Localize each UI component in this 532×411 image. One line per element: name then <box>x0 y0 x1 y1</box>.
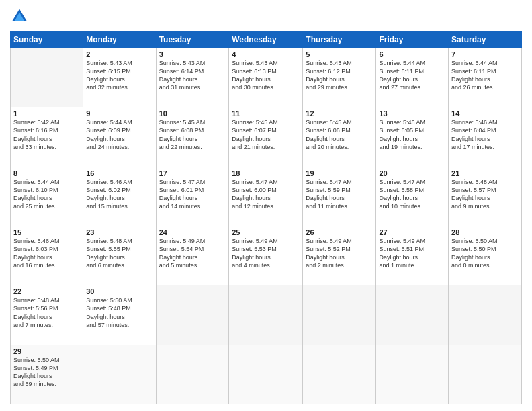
day-number: 27 <box>379 228 445 236</box>
day-number: 16 <box>86 169 152 177</box>
logo-icon <box>10 7 29 26</box>
day-number: 1 <box>13 109 80 118</box>
calendar-cell: 23 Sunrise: 5:48 AM Sunset: 5:55 PM Dayl… <box>83 226 156 285</box>
day-number: 6 <box>379 50 445 58</box>
day-info: Sunrise: 5:45 AM Sunset: 6:08 PM Dayligh… <box>159 118 226 151</box>
calendar-week-4: 22 Sunrise: 5:48 AM Sunset: 5:56 PM Dayl… <box>11 285 522 345</box>
day-header-sunday: Sunday <box>11 32 83 48</box>
day-number: 15 <box>13 228 80 236</box>
calendar-cell <box>303 345 376 404</box>
day-number: 12 <box>306 109 373 118</box>
calendar-cell: 17 Sunrise: 5:47 AM Sunset: 6:01 PM Dayl… <box>156 167 229 226</box>
calendar-week-1: 1 Sunrise: 5:42 AM Sunset: 6:16 PM Dayli… <box>11 107 522 167</box>
calendar-cell <box>156 285 229 345</box>
calendar-cell <box>449 345 522 404</box>
calendar-cell <box>376 345 449 404</box>
calendar-cell: 15 Sunrise: 5:46 AM Sunset: 6:03 PM Dayl… <box>11 226 83 285</box>
day-number: 8 <box>13 169 80 177</box>
day-info: Sunrise: 5:45 AM Sunset: 6:07 PM Dayligh… <box>232 118 300 151</box>
day-info: Sunrise: 5:42 AM Sunset: 6:16 PM Dayligh… <box>13 118 80 151</box>
day-number: 14 <box>451 109 519 118</box>
calendar-cell: 24 Sunrise: 5:49 AM Sunset: 5:54 PM Dayl… <box>156 226 229 285</box>
header <box>10 7 522 26</box>
day-info: Sunrise: 5:47 AM Sunset: 5:59 PM Dayligh… <box>306 178 373 211</box>
day-info: Sunrise: 5:44 AM Sunset: 6:10 PM Dayligh… <box>13 178 80 211</box>
day-number: 17 <box>159 169 226 177</box>
calendar-cell: 22 Sunrise: 5:48 AM Sunset: 5:56 PM Dayl… <box>11 285 83 345</box>
day-info: Sunrise: 5:48 AM Sunset: 5:56 PM Dayligh… <box>13 296 80 329</box>
calendar-cell <box>83 345 156 404</box>
day-info: Sunrise: 5:50 AM Sunset: 5:50 PM Dayligh… <box>451 237 519 270</box>
day-info: Sunrise: 5:44 AM Sunset: 6:11 PM Dayligh… <box>451 59 519 92</box>
calendar-cell: 8 Sunrise: 5:44 AM Sunset: 6:10 PM Dayli… <box>11 167 83 226</box>
calendar-cell: 27 Sunrise: 5:49 AM Sunset: 5:51 PM Dayl… <box>376 226 449 285</box>
day-number: 18 <box>232 169 300 177</box>
day-header-saturday: Saturday <box>449 32 522 48</box>
calendar-cell: 4 Sunrise: 5:43 AM Sunset: 6:13 PM Dayli… <box>229 48 303 107</box>
calendar-cell: 29 Sunrise: 5:50 AM Sunset: 5:49 PM Dayl… <box>11 345 83 404</box>
day-info: Sunrise: 5:49 AM Sunset: 5:53 PM Dayligh… <box>232 237 300 270</box>
day-number: 23 <box>86 228 152 236</box>
day-number: 22 <box>13 287 80 295</box>
day-number: 13 <box>379 109 445 118</box>
calendar-cell: 18 Sunrise: 5:47 AM Sunset: 6:00 PM Dayl… <box>229 167 303 226</box>
day-number: 29 <box>13 347 80 355</box>
day-header-thursday: Thursday <box>303 32 376 48</box>
day-number: 11 <box>232 109 300 118</box>
calendar-cell: 14 Sunrise: 5:46 AM Sunset: 6:04 PM Dayl… <box>449 107 522 167</box>
calendar-cell <box>449 285 522 345</box>
day-info: Sunrise: 5:43 AM Sunset: 6:14 PM Dayligh… <box>159 59 226 92</box>
day-info: Sunrise: 5:46 AM Sunset: 6:05 PM Dayligh… <box>379 118 445 151</box>
calendar-cell: 11 Sunrise: 5:45 AM Sunset: 6:07 PM Dayl… <box>229 107 303 167</box>
day-info: Sunrise: 5:44 AM Sunset: 6:09 PM Dayligh… <box>86 118 152 151</box>
day-number: 26 <box>306 228 373 236</box>
calendar-cell: 5 Sunrise: 5:43 AM Sunset: 6:12 PM Dayli… <box>303 48 376 107</box>
calendar-cell: 9 Sunrise: 5:44 AM Sunset: 6:09 PM Dayli… <box>83 107 156 167</box>
day-info: Sunrise: 5:50 AM Sunset: 5:49 PM Dayligh… <box>13 356 80 389</box>
calendar-cell <box>303 285 376 345</box>
calendar-cell: 3 Sunrise: 5:43 AM Sunset: 6:14 PM Dayli… <box>156 48 229 107</box>
day-info: Sunrise: 5:47 AM Sunset: 6:01 PM Dayligh… <box>159 178 226 211</box>
calendar-cell <box>156 345 229 404</box>
day-info: Sunrise: 5:47 AM Sunset: 5:58 PM Dayligh… <box>379 178 445 211</box>
calendar-table: SundayMondayTuesdayWednesdayThursdayFrid… <box>10 31 522 404</box>
calendar-week-2: 8 Sunrise: 5:44 AM Sunset: 6:10 PM Dayli… <box>11 167 522 226</box>
day-info: Sunrise: 5:45 AM Sunset: 6:06 PM Dayligh… <box>306 118 373 151</box>
calendar-cell: 13 Sunrise: 5:46 AM Sunset: 6:05 PM Dayl… <box>376 107 449 167</box>
day-info: Sunrise: 5:49 AM Sunset: 5:51 PM Dayligh… <box>379 237 445 270</box>
day-number: 3 <box>159 50 226 58</box>
calendar-cell: 19 Sunrise: 5:47 AM Sunset: 5:59 PM Dayl… <box>303 167 376 226</box>
calendar-cell: 21 Sunrise: 5:48 AM Sunset: 5:57 PM Dayl… <box>449 167 522 226</box>
calendar-cell: 6 Sunrise: 5:44 AM Sunset: 6:11 PM Dayli… <box>376 48 449 107</box>
day-number: 5 <box>306 50 373 58</box>
calendar-cell: 2 Sunrise: 5:43 AM Sunset: 6:15 PM Dayli… <box>83 48 156 107</box>
day-number: 10 <box>159 109 226 118</box>
day-number: 20 <box>379 169 445 177</box>
day-info: Sunrise: 5:46 AM Sunset: 6:02 PM Dayligh… <box>86 178 152 211</box>
calendar-cell <box>229 285 303 345</box>
day-info: Sunrise: 5:47 AM Sunset: 6:00 PM Dayligh… <box>232 178 300 211</box>
calendar-cell <box>11 48 83 107</box>
day-info: Sunrise: 5:43 AM Sunset: 6:13 PM Dayligh… <box>232 59 300 92</box>
calendar-week-0: 2 Sunrise: 5:43 AM Sunset: 6:15 PM Dayli… <box>11 48 522 107</box>
calendar-cell: 10 Sunrise: 5:45 AM Sunset: 6:08 PM Dayl… <box>156 107 229 167</box>
calendar-cell: 1 Sunrise: 5:42 AM Sunset: 6:16 PM Dayli… <box>11 107 83 167</box>
calendar-cell <box>229 345 303 404</box>
day-number: 19 <box>306 169 373 177</box>
day-number: 28 <box>451 228 519 236</box>
day-info: Sunrise: 5:49 AM Sunset: 5:52 PM Dayligh… <box>306 237 373 270</box>
day-info: Sunrise: 5:46 AM Sunset: 6:04 PM Dayligh… <box>451 118 519 151</box>
day-number: 7 <box>451 50 519 58</box>
day-header-wednesday: Wednesday <box>229 32 303 48</box>
calendar-cell: 26 Sunrise: 5:49 AM Sunset: 5:52 PM Dayl… <box>303 226 376 285</box>
calendar-cell: 12 Sunrise: 5:45 AM Sunset: 6:06 PM Dayl… <box>303 107 376 167</box>
day-info: Sunrise: 5:48 AM Sunset: 5:57 PM Dayligh… <box>451 178 519 211</box>
day-header-monday: Monday <box>83 32 156 48</box>
calendar-cell: 20 Sunrise: 5:47 AM Sunset: 5:58 PM Dayl… <box>376 167 449 226</box>
day-number: 25 <box>232 228 300 236</box>
day-number: 9 <box>86 109 152 118</box>
day-header-tuesday: Tuesday <box>156 32 229 48</box>
day-info: Sunrise: 5:43 AM Sunset: 6:12 PM Dayligh… <box>306 59 373 92</box>
day-number: 24 <box>159 228 226 236</box>
page: SundayMondayTuesdayWednesdayThursdayFrid… <box>0 0 532 411</box>
